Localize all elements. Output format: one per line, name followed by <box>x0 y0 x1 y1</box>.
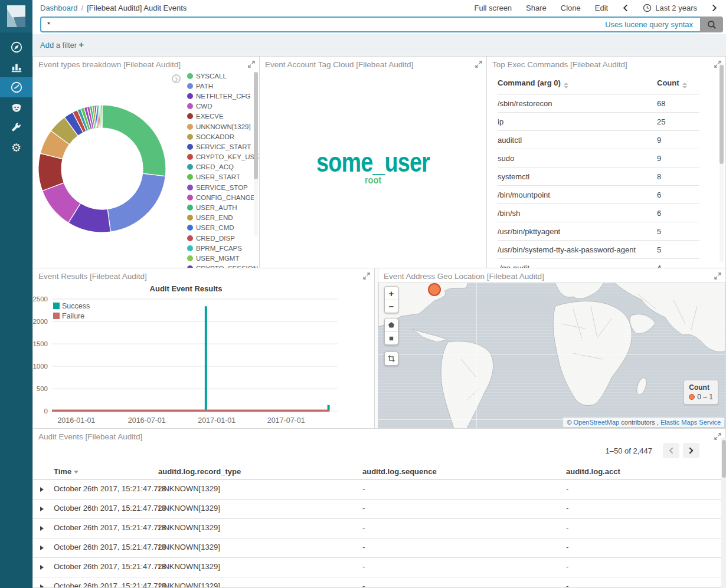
legend-dot-icon <box>689 394 695 400</box>
world-map[interactable]: + − Count <box>378 282 725 428</box>
legend-item-SERVICE_STOP[interactable]: SERVICE_STOP <box>187 182 251 192</box>
table-row[interactable]: systemctl8 <box>498 167 699 186</box>
table-row[interactable]: October 26th 2017, 15:21:47.728UNKNOWN[1… <box>33 500 725 519</box>
sidebar-item-timelion[interactable] <box>0 97 32 117</box>
column-header-time[interactable]: Time <box>54 467 79 476</box>
legend-item-success[interactable]: Success <box>53 301 90 311</box>
column-header-record-type[interactable]: auditd.log.record_type <box>158 467 241 476</box>
legend-item-SYSCALL[interactable]: SYSCALL <box>187 71 251 81</box>
command-cell: /usr/bin/systemd-tty-ask-password-agent <box>498 245 657 254</box>
topnav-action-full-screen[interactable]: Full screen <box>475 4 512 12</box>
zoom-out-button[interactable]: − <box>385 300 398 313</box>
time-back-button[interactable] <box>622 4 629 12</box>
table-row[interactable]: /usr/bin/pkttyagent5 <box>498 222 699 241</box>
draw-rectangle-button[interactable] <box>385 331 398 344</box>
column-header-acct[interactable]: auditd.log.acct <box>566 467 620 476</box>
expand-row-icon[interactable] <box>40 565 44 570</box>
tag-root[interactable]: root <box>277 175 469 186</box>
expand-panel-icon[interactable] <box>475 61 482 70</box>
legend-item-USER_MGMT[interactable]: USER_MGMT <box>187 253 251 263</box>
column-header-count[interactable]: Count <box>657 78 699 88</box>
table-row[interactable]: October 26th 2017, 15:21:47.728UNKNOWN[1… <box>33 577 725 588</box>
legend-item-UNKNOWN[1329][interactable]: UNKNOWN[1329] <box>187 121 251 132</box>
kibana-logo[interactable] <box>0 0 32 32</box>
elastic-maps-link[interactable]: Elastic Maps Service <box>660 419 721 426</box>
expand-row-icon[interactable] <box>40 526 44 531</box>
donut-slice-PATH[interactable] <box>107 173 165 232</box>
expand-row-icon[interactable] <box>40 507 44 511</box>
topnav-action-edit[interactable]: Edit <box>595 4 608 12</box>
column-header-command[interactable]: Command (arg 0) <box>498 78 657 88</box>
sidebar-item-discover[interactable] <box>0 37 32 57</box>
search-button[interactable] <box>700 17 723 32</box>
page-scrollbar[interactable] <box>721 438 726 588</box>
table-scrollbar[interactable] <box>720 63 724 262</box>
table-row[interactable]: sudo9 <box>498 149 699 167</box>
prev-page-button[interactable] <box>663 443 679 458</box>
add-filter-button[interactable]: Add a filter+ <box>40 40 84 50</box>
sidebar-item-dev-tools[interactable] <box>0 117 32 137</box>
record-type-cell: UNKNOWN[1329] <box>158 504 220 513</box>
legend-item-CWD[interactable]: CWD <box>187 101 251 111</box>
legend-label: SOCKADDR <box>196 133 234 140</box>
search-query-input[interactable] <box>40 17 700 32</box>
expand-row-icon[interactable] <box>40 584 44 588</box>
expand-panel-icon[interactable] <box>714 433 721 442</box>
compass-icon <box>10 41 23 54</box>
tag-some-user[interactable]: some_user <box>280 146 466 178</box>
donut-chart[interactable] <box>33 71 175 265</box>
legend-collapse-icon[interactable]: ❯ <box>172 74 181 83</box>
table-row[interactable]: /bin/mountpoint6 <box>498 186 699 204</box>
expand-row-icon[interactable] <box>40 487 44 492</box>
sidebar-item-visualize[interactable] <box>0 57 32 77</box>
donut-slice-CRYPTO_SESSION[interactable] <box>101 105 102 128</box>
legend-scrollbar[interactable] <box>254 72 258 236</box>
legend-item-EXECVE[interactable]: EXECVE <box>187 111 251 121</box>
legend-item-NETFILTER_CFG[interactable]: NETFILTER_CFG <box>187 91 251 101</box>
legend-item-USER_CMD[interactable]: USER_CMD <box>187 223 251 233</box>
time-picker[interactable]: Last 2 years <box>643 4 697 12</box>
legend-item-CRED_ACQ[interactable]: CRED_ACQ <box>187 162 251 172</box>
table-row[interactable]: October 26th 2017, 15:21:47.728UNKNOWN[1… <box>33 558 725 577</box>
legend-item-PATH[interactable]: PATH <box>187 81 251 91</box>
expand-row-icon[interactable] <box>40 546 44 550</box>
legend-item-SERVICE_START[interactable]: SERVICE_START <box>187 142 251 152</box>
expand-panel-icon[interactable] <box>714 272 721 281</box>
lucene-syntax-link[interactable]: Uses lucene query syntax <box>605 20 693 29</box>
legend-item-USER_AUTH[interactable]: USER_AUTH <box>187 202 251 212</box>
legend-item-USER_START[interactable]: USER_START <box>187 172 251 182</box>
time-forward-button[interactable] <box>711 4 718 12</box>
expand-panel-icon[interactable] <box>248 61 255 70</box>
zoom-in-button[interactable]: + <box>385 287 398 300</box>
legend-item-USER_END[interactable]: USER_END <box>187 213 251 223</box>
table-row[interactable]: /usr/bin/systemd-tty-ask-password-agent5 <box>498 241 699 259</box>
legend-item-CRYPTO_KEY_USER[interactable]: CRYPTO_KEY_USER <box>187 152 251 162</box>
legend-item-CONFIG_CHANGE[interactable]: CONFIG_CHANGE <box>187 192 251 202</box>
table-row[interactable]: October 26th 2017, 15:21:47.728UNKNOWN[1… <box>33 519 725 538</box>
table-row[interactable]: ./go-audit4 <box>498 259 699 268</box>
table-row[interactable]: October 26th 2017, 15:21:47.728UNKNOWN[1… <box>33 480 725 500</box>
legend-item-BPRM_FCAPS[interactable]: BPRM_FCAPS <box>187 243 251 253</box>
column-header-sequence[interactable]: auditd.log.sequence <box>362 467 437 476</box>
table-row[interactable]: /bin/sh6 <box>498 204 699 222</box>
sidebar-item-management[interactable]: ⚙ <box>0 137 32 157</box>
legend-item-failure[interactable]: Failure <box>53 311 90 321</box>
legend-item-CRED_DISP[interactable]: CRED_DISP <box>187 233 251 243</box>
table-row[interactable]: /sbin/restorecon68 <box>498 94 699 113</box>
draw-polygon-button[interactable] <box>385 318 398 331</box>
osm-link[interactable]: OpenStreetMap <box>574 419 620 426</box>
table-row[interactable]: October 26th 2017, 15:21:47.728UNKNOWN[1… <box>33 538 725 558</box>
expand-panel-icon[interactable] <box>363 272 370 281</box>
table-row[interactable]: auditctl9 <box>498 131 699 149</box>
legend-item-SOCKADDR[interactable]: SOCKADDR <box>187 132 251 142</box>
breadcrumb-dashboard[interactable]: Dashboard <box>40 4 78 12</box>
sidebar-item-dashboard[interactable] <box>0 77 32 97</box>
crop-icon-button[interactable] <box>385 352 398 365</box>
sequence-cell: - <box>362 562 365 571</box>
topnav-action-share[interactable]: Share <box>526 4 547 12</box>
topnav-action-clone[interactable]: Clone <box>561 4 581 12</box>
geo-point-marker[interactable] <box>428 283 441 296</box>
donut-slice-SYSCALL[interactable] <box>102 105 166 176</box>
next-page-button[interactable] <box>683 443 699 458</box>
table-row[interactable]: ip25 <box>498 113 699 131</box>
